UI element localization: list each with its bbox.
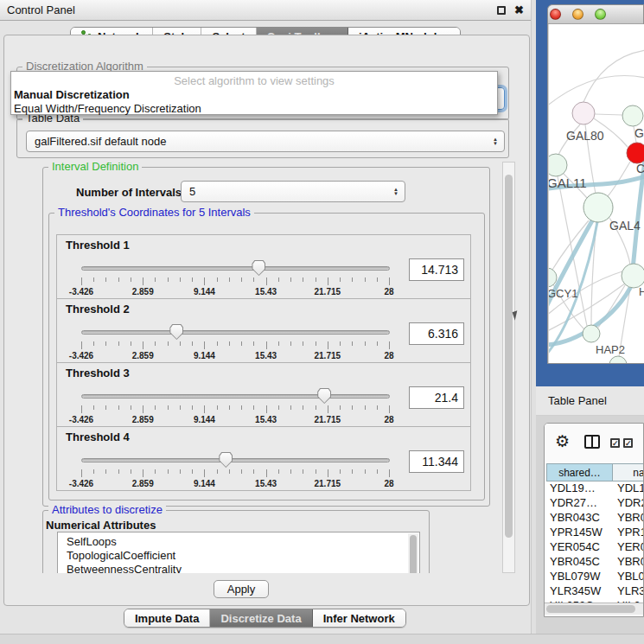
algorithm-dropdown-popup: Select algorithm to view settings Manual… — [10, 71, 498, 115]
table-cell-name[interactable]: YBR0 — [617, 511, 644, 526]
close-traffic-light-icon[interactable] — [550, 9, 561, 20]
table-row[interactable]: YDL19… YDL1 — [546, 481, 644, 496]
table-row[interactable]: YPR145W YPR1 — [546, 526, 644, 540]
scrollbar-thumb[interactable] — [546, 605, 635, 613]
threshold-value-field[interactable] — [409, 322, 464, 345]
table-cell-name[interactable]: YBL0 — [617, 570, 644, 584]
node-hap2[interactable] — [583, 325, 600, 342]
axis-tick-label: 21.715 — [302, 479, 354, 488]
slider-thumb[interactable] — [169, 324, 183, 340]
threshold-value-field[interactable] — [409, 386, 464, 409]
table-row[interactable]: YBR043C YBR0 — [546, 511, 644, 526]
network-canvas[interactable]: GAL80GCGAL11GAL4GCY1HHAP2 — [549, 24, 644, 363]
tab-discretize-data[interactable]: Discretize Data — [210, 609, 312, 627]
slider-tick — [253, 469, 254, 474]
attributes-group: Attributes to discretize Numerical Attri… — [42, 510, 430, 573]
slider-tick — [131, 469, 131, 474]
network-window-titlebar[interactable] — [548, 5, 643, 24]
node-bottom[interactable] — [609, 356, 627, 363]
dropdown-option-equal-width[interactable]: Equal Width/Frequency Discretization — [14, 102, 494, 115]
table-cell-name[interactable]: YBR0 — [617, 555, 644, 570]
table-cell-shared-name[interactable]: YBL079W — [550, 570, 614, 584]
threshold-slider[interactable]: -3.4262.8599.14415.4321.71528 — [81, 260, 390, 298]
minimize-traffic-light-icon[interactable] — [572, 9, 583, 20]
settings-scroll-area: Interval Definition Number of Intervals … — [16, 162, 518, 573]
threshold-label: Threshold 1 — [66, 239, 130, 252]
slider-tick — [118, 469, 119, 474]
close-icon[interactable]: ✖ — [514, 6, 524, 15]
threshold-slider[interactable]: -3.4262.8599.14415.4321.71528 — [81, 324, 390, 362]
slider-tick — [365, 469, 366, 474]
checkbox-select-icon[interactable]: ✓ — [623, 438, 633, 448]
slider-thumb[interactable] — [219, 452, 233, 468]
table-row[interactable]: YER054C YER0 — [546, 540, 644, 555]
slider-track[interactable] — [81, 330, 390, 335]
table-cell-shared-name[interactable]: YBR045C — [550, 555, 614, 570]
node-gal80[interactable] — [572, 102, 595, 124]
slider-track[interactable] — [81, 266, 390, 271]
slider-tick — [290, 469, 291, 474]
attribute-list-item[interactable]: BetweennessCentrality — [67, 563, 419, 573]
node-h[interactable] — [622, 264, 644, 288]
tab-infer-network[interactable]: Infer Network — [313, 609, 405, 627]
table-cell-name[interactable]: YLR3 — [617, 584, 644, 599]
attribute-list-item[interactable]: TopologicalCoefficient — [67, 549, 419, 563]
table-horizontal-scrollbar[interactable] — [545, 603, 643, 615]
column-header-name[interactable]: na — [612, 463, 644, 481]
node-top-right[interactable] — [622, 105, 643, 126]
slider-tick — [253, 405, 254, 410]
slider-tick — [241, 469, 242, 474]
table-row[interactable]: YDR27… YDR2 — [546, 496, 644, 511]
panel-scrollbar[interactable] — [502, 162, 515, 573]
checkbox-select-icon[interactable]: ✓ — [610, 438, 620, 448]
tab-impute-data[interactable]: Impute Data — [124, 609, 210, 627]
gear-icon[interactable]: ⚙ — [555, 431, 570, 451]
table-cell-shared-name[interactable]: YLR345W — [550, 584, 614, 599]
attribute-list-item[interactable]: SelfLoops — [67, 535, 419, 549]
slider-thumb[interactable] — [252, 260, 265, 276]
float-window-icon[interactable] — [497, 6, 506, 15]
table-cell-name[interactable]: YDR2 — [617, 496, 644, 511]
slider-tick — [303, 405, 303, 410]
table-row[interactable]: YLR345W YLR3 — [546, 584, 644, 599]
column-header-shared-name[interactable]: shared… — [546, 463, 613, 481]
slider-tick — [81, 469, 82, 477]
table-cell-name[interactable]: YPR1 — [617, 526, 644, 540]
table-data-value: galFiltered.sif default node — [35, 135, 166, 148]
slider-tick — [105, 469, 106, 474]
slider-tick — [229, 341, 230, 346]
node-red[interactable] — [627, 143, 644, 163]
table-row[interactable]: YBR045C YBR0 — [546, 555, 644, 570]
combo-arrows-icon: ▲▼ — [493, 137, 498, 146]
slider-tick — [352, 277, 353, 282]
table-cell-shared-name[interactable]: YDR27… — [550, 496, 614, 511]
apply-button[interactable]: Apply — [214, 580, 269, 598]
node-gal11[interactable] — [549, 154, 567, 176]
threshold-value-field[interactable] — [409, 258, 464, 281]
number-of-intervals-combobox[interactable]: 5 ▲▼ — [181, 181, 405, 202]
table-cell-shared-name[interactable]: YBR043C — [550, 511, 614, 526]
node-gal4[interactable] — [583, 193, 613, 222]
scrollbar-thumb[interactable] — [410, 535, 417, 573]
dropdown-option-manual[interactable]: Manual Discretization — [14, 88, 494, 101]
scrollbar-thumb[interactable] — [505, 175, 513, 538]
table-data-combobox[interactable]: galFiltered.sif default node ▲▼ — [26, 131, 505, 152]
table-cell-shared-name[interactable]: YDL19… — [550, 481, 614, 496]
table-cell-shared-name[interactable]: YER054C — [550, 540, 614, 555]
column-split-icon[interactable] — [584, 435, 600, 449]
list-scrollbar[interactable] — [408, 533, 418, 573]
slider-track[interactable] — [81, 394, 390, 399]
threshold-value-field[interactable] — [409, 450, 464, 473]
table-cell-name[interactable]: YER0 — [617, 540, 644, 555]
slider-tick — [340, 277, 341, 282]
slider-track[interactable] — [81, 458, 390, 462]
table-cell-name[interactable]: YDL1 — [617, 481, 644, 496]
table-cell-shared-name[interactable]: YPR145W — [550, 526, 614, 540]
slider-tick — [328, 469, 328, 477]
table-row[interactable]: YBL079W YBL0 — [546, 570, 644, 584]
zoom-traffic-light-icon[interactable] — [595, 9, 606, 20]
slider-thumb[interactable] — [317, 388, 331, 404]
threshold-slider[interactable]: -3.4262.8599.14415.4321.71528 — [81, 452, 390, 490]
axis-tick-label: 15.43 — [240, 287, 292, 296]
threshold-slider[interactable]: -3.4262.8599.14415.4321.71528 — [81, 388, 390, 426]
